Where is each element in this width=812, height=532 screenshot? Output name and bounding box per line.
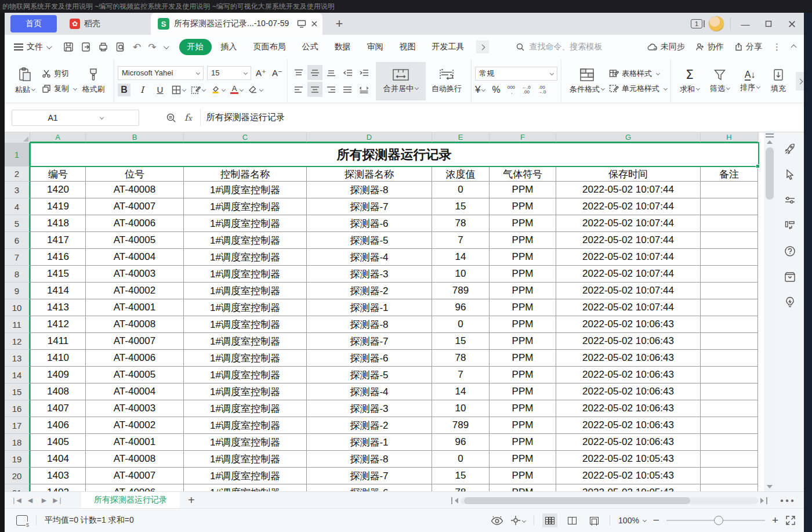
table-cell[interactable]: 探测器-6 (307, 484, 432, 491)
scroll-down-arrow[interactable] (767, 485, 773, 488)
table-cell[interactable] (701, 283, 758, 299)
page-layout-view-button[interactable] (586, 513, 601, 527)
table-cell[interactable]: 15 (432, 198, 490, 215)
workflow-icon[interactable] (784, 219, 796, 232)
table-cell[interactable]: PPM (490, 333, 556, 350)
table-cell[interactable] (701, 333, 758, 350)
table-cell[interactable]: 2022-05-02 10:07:44 (556, 182, 701, 198)
table-cell[interactable] (701, 367, 758, 383)
table-cell[interactable]: 2022-05-02 10:06:43 (556, 400, 701, 417)
table-cell[interactable]: 2022-05-02 10:06:43 (556, 434, 701, 451)
active-sheet-tab[interactable]: 所有探测器运行记录 (81, 492, 180, 509)
formula-input[interactable]: 所有探测器运行记录 (200, 109, 804, 126)
decrease-font-icon[interactable]: A⁻ (271, 67, 284, 79)
split-handle[interactable] (766, 133, 774, 137)
last-sheet-button[interactable]: ▶❘ (51, 497, 65, 504)
redo-icon[interactable]: ↷ (148, 41, 156, 53)
table-cell[interactable]: 探测器-8 (307, 316, 432, 333)
table-cell[interactable]: 0 (432, 182, 490, 198)
table-cell[interactable]: 2022-05-02 10:05:43 (556, 468, 701, 484)
docer-tab[interactable]: ✿ 稻壳 (63, 15, 144, 32)
pan-tool-button[interactable] (510, 515, 525, 526)
output-icon[interactable] (81, 42, 91, 52)
table-cell[interactable] (701, 299, 758, 316)
command-search[interactable]: 查找命令、搜索模板 (516, 42, 603, 52)
increase-font-icon[interactable]: A⁺ (255, 67, 267, 79)
adjust-sliders-icon[interactable] (784, 194, 796, 207)
table-cell[interactable]: 1#调度室控制器 (184, 316, 307, 333)
table-cell[interactable]: 探测器-7 (307, 468, 432, 484)
table-cell[interactable]: 探测器-5 (307, 367, 432, 383)
align-right-icon[interactable] (324, 82, 339, 97)
column-header-G[interactable]: G (556, 132, 701, 143)
column-header-E[interactable]: E (432, 132, 490, 143)
table-cell[interactable]: 1402 (30, 484, 86, 491)
table-cell[interactable]: AT-40001 (86, 299, 184, 316)
horizontal-scroll-thumb[interactable] (464, 497, 690, 504)
table-cell[interactable]: AT-40002 (86, 283, 184, 299)
table-cell[interactable] (701, 182, 758, 198)
active-document-tab[interactable]: S 所有探测器运行记录...-10-07-59 (151, 13, 322, 35)
sort-button[interactable]: A↓ 排序 (735, 62, 765, 100)
table-cell[interactable] (701, 400, 758, 417)
table-header-cell[interactable]: 位号 (86, 167, 184, 182)
row-header-19[interactable]: 19 (5, 451, 30, 468)
table-cell[interactable]: 1418 (30, 215, 86, 232)
row-header-1[interactable]: 1 (5, 143, 30, 167)
table-cell[interactable]: 1419 (30, 198, 86, 215)
font-size-combo[interactable]: 15 (207, 66, 251, 80)
ribbon-scroll-right-button[interactable] (796, 72, 804, 91)
table-cell[interactable]: AT-40006 (86, 350, 184, 367)
page-break-view-button[interactable] (564, 513, 579, 527)
zoom-out-button[interactable]: − (653, 514, 659, 527)
ribbon-tab[interactable]: 插入 (214, 39, 244, 55)
table-header-cell[interactable]: 气体符号 (490, 167, 556, 182)
table-cell[interactable] (701, 484, 758, 491)
horizontal-scroll-track[interactable] (461, 497, 758, 504)
table-header-cell[interactable]: 浓度值 (432, 167, 490, 182)
first-sheet-button[interactable]: ❘◀ (9, 497, 23, 504)
table-cell[interactable]: 2022-05-02 10:06:43 (556, 383, 701, 400)
table-cell[interactable]: 1#调度室控制器 (184, 333, 307, 350)
table-cell[interactable]: AT-40003 (86, 400, 184, 417)
paste-button[interactable]: 粘贴 (8, 62, 42, 100)
maximize-button[interactable] (760, 16, 777, 31)
table-cell[interactable]: 1412 (30, 316, 86, 333)
table-cell[interactable]: 1403 (30, 468, 86, 484)
increase-indent-icon[interactable] (356, 65, 371, 80)
sum-button[interactable]: Σ 求和 (675, 62, 705, 100)
font-name-combo[interactable]: Microsoft Yahei (118, 66, 204, 80)
table-cell[interactable]: 2022-05-02 10:06:43 (556, 350, 701, 367)
conditional-format-button[interactable]: 条件格式 (565, 62, 609, 100)
table-cell[interactable]: 2022-05-02 10:07:44 (556, 232, 701, 249)
table-cell[interactable]: 78 (432, 350, 490, 367)
idea-bulb-icon[interactable] (784, 296, 796, 309)
italic-button[interactable]: I (136, 84, 148, 96)
table-cell[interactable]: 探测器-2 (307, 417, 432, 434)
row-header-21[interactable]: 21 (5, 484, 30, 491)
row-header-20[interactable]: 20 (5, 468, 30, 484)
undo-icon[interactable]: ↶ (133, 41, 141, 53)
align-center-icon[interactable] (307, 82, 322, 97)
share-button[interactable]: 分享 (734, 42, 762, 52)
table-style-button[interactable]: 表格样式 (609, 68, 667, 79)
table-cell[interactable]: 1#调度室控制器 (184, 283, 307, 299)
ribbon-tab[interactable]: 开发工具 (425, 39, 472, 55)
table-cell[interactable]: 1416 (30, 249, 86, 266)
row-header-13[interactable]: 13 (5, 350, 30, 367)
table-cell[interactable]: PPM (490, 350, 556, 367)
table-cell[interactable]: 2022-05-02 10:06:43 (556, 367, 701, 383)
column-header-C[interactable]: C (184, 132, 307, 143)
table-cell[interactable]: 1#调度室控制器 (184, 182, 307, 198)
table-cell[interactable]: 1417 (30, 232, 86, 249)
table-cell[interactable] (701, 434, 758, 451)
table-header-cell[interactable]: 探测器名称 (307, 167, 432, 182)
table-header-cell[interactable]: 编号 (30, 167, 86, 182)
table-cell[interactable]: 2022-05-02 10:05:43 (556, 484, 701, 491)
bold-button[interactable]: B (118, 84, 130, 96)
fullscreen-icon[interactable] (785, 515, 796, 526)
cursor-icon[interactable] (784, 168, 796, 181)
ribbon-tab[interactable]: 公式 (295, 39, 325, 55)
table-cell[interactable] (701, 383, 758, 400)
table-cell[interactable]: 1420 (30, 182, 86, 198)
